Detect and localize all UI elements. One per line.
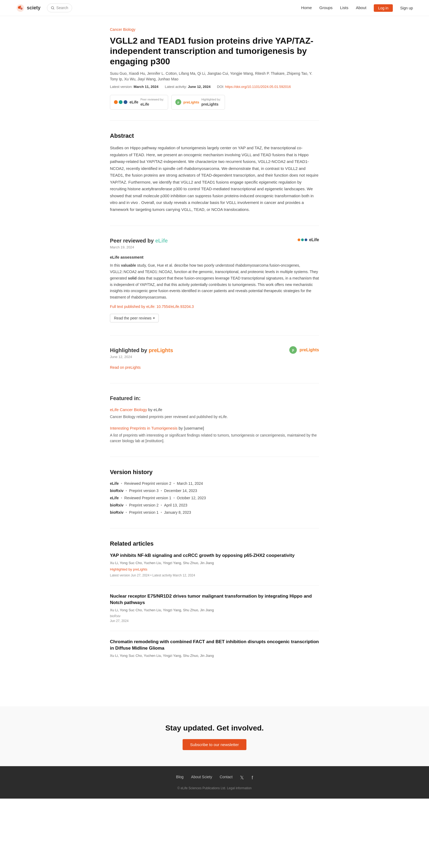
related-articles-list: YAP inhibits NF-kB signaling and ccRCC g… — [110, 552, 319, 667]
peer-review-title-group: Peer reviewed by eLife March 19, 2024 — [110, 237, 168, 253]
divider-3 — [110, 335, 319, 336]
elife-lg-orange — [297, 239, 300, 241]
abstract-section: Abstract Studies on Hippo pathway regula… — [110, 131, 319, 213]
full-text-doi: 10.7554/eLife.93204.3 — [156, 304, 194, 309]
latest-activity-date: June 12, 2024 — [188, 85, 211, 89]
prelights-org: preLights — [148, 347, 173, 353]
footer-blog[interactable]: Blog — [176, 774, 184, 781]
related-article: Nuclear receptor E75/NR1D2 drives tumor … — [110, 593, 319, 631]
featured-in-title: Featured in: — [110, 394, 319, 402]
nav-home[interactable]: Home — [301, 5, 312, 11]
assessment-label: eLife assessment — [110, 254, 319, 260]
twitter-icon[interactable]: 𝕏 — [240, 774, 244, 781]
footer-contact[interactable]: Contact — [220, 774, 232, 781]
related-article-meta: Jun 27, 2024 — [110, 619, 319, 623]
related-article: YAP inhibits NF-kB signaling and ccRCC g… — [110, 552, 319, 586]
article-authors: Susu Guo, Xiaodi Hu, Jennifer L. Cotton,… — [110, 71, 319, 82]
version-row: bioRxiv•Preprint version 1•January 8, 20… — [110, 510, 319, 515]
related-article: Chromatin remodeling with combined FACT … — [110, 639, 319, 667]
version-type: Reviewed Preprint version 2 — [124, 481, 171, 486]
prelights-badge: p preLights Highlighted by: preLights — [171, 95, 225, 110]
newsletter-section: Stay updated. Get involved. Subscribe to… — [0, 706, 429, 766]
nav-groups[interactable]: Groups — [319, 5, 333, 11]
read-reviews-button[interactable]: Read the peer reviews ▾ — [110, 314, 159, 322]
version-history-section: Version history eLife•Reviewed Preprint … — [110, 468, 319, 515]
login-button[interactable]: Log in — [374, 4, 393, 12]
prelights-title: Highlighted by preLights — [110, 346, 173, 354]
assessment-bold-1: valuable — [121, 263, 136, 268]
elife-logo-large: eLife — [297, 237, 319, 243]
article-title: VGLL2 and TEAD1 fusion proteins drive YA… — [110, 36, 319, 66]
featured-item-0: eLife Cancer Biology by eLife Cancer Bio… — [110, 406, 319, 420]
abstract-title: Abstract — [110, 131, 319, 140]
divider-5 — [110, 457, 319, 457]
read-prelights-link[interactable]: Read on preLights — [110, 365, 319, 370]
peer-review-date: March 19, 2024 — [110, 245, 168, 250]
version-source: bioRxiv — [110, 502, 123, 508]
svg-point-4 — [51, 6, 54, 9]
logo[interactable]: sciety — [16, 4, 40, 12]
related-article-title: Chromatin remodeling with combined FACT … — [110, 639, 319, 651]
footer-about[interactable]: About Sciety — [191, 774, 212, 781]
full-text-link[interactable]: Full text published by eLife: 10.7554/eL… — [110, 304, 319, 310]
latest-version-label: Latest version: March 11, 2024 — [110, 84, 159, 90]
facebook-icon[interactable]: f — [252, 774, 253, 781]
version-dot: • — [126, 502, 127, 508]
chevron-down-icon: ▾ — [153, 316, 155, 320]
prelights-logo-large: p preLights — [289, 346, 319, 354]
elife-lg-teal — [301, 239, 304, 241]
doi-label: DOI: https://doi.org/10.1101/2024.05.01.… — [217, 84, 291, 90]
version-list: eLife•Reviewed Preprint version 2•March … — [110, 481, 319, 515]
divider-1 — [110, 120, 319, 121]
version-source: bioRxiv — [110, 488, 123, 494]
doi-link[interactable]: https://doi.org/10.1101/2024.05.01.59201… — [225, 85, 291, 89]
featured-item-1-link[interactable]: Interesting Preprints in Tumorigenesis b… — [110, 426, 204, 430]
version-dot: • — [126, 510, 127, 515]
related-article-source: bioRxiv — [110, 614, 319, 619]
version-source: eLife — [110, 481, 119, 486]
signup-button[interactable]: Sign up — [400, 6, 413, 10]
nav-about[interactable]: About — [356, 5, 366, 11]
elife-lg-blue — [305, 239, 307, 241]
version-row: bioRxiv•Preprint version 2•April 13, 202… — [110, 502, 319, 508]
search-icon — [51, 6, 55, 10]
version-dot: • — [126, 488, 127, 494]
version-row: bioRxiv•Preprint version 3•December 14, … — [110, 488, 319, 494]
related-article-authors: Xu Li, Yong Suc Cho, Yuchen Liu, Yingzi … — [110, 653, 319, 658]
search-bar[interactable]: Search — [47, 3, 72, 12]
version-source: bioRxiv — [110, 510, 123, 515]
prelights-date: June 12, 2024 — [110, 354, 173, 360]
newsletter-title: Stay updated. Get involved. — [5, 722, 424, 734]
prelights-section: Highlighted by preLights June 12, 2024 p… — [110, 346, 319, 371]
peer-review-badge-text: Peer reviewed by: eLife — [141, 97, 164, 107]
version-dot: • — [121, 481, 122, 486]
nav-links: Home Groups Lists About Log in Sign up — [301, 4, 413, 12]
version-type: Reviewed Preprint version 1 — [124, 495, 171, 501]
version-date: April 13, 2023 — [164, 502, 187, 508]
version-dot-2: • — [161, 502, 162, 508]
version-source: eLife — [110, 495, 119, 501]
nav-lists[interactable]: Lists — [340, 5, 348, 11]
version-date: January 8, 2023 — [164, 510, 191, 515]
version-date: October 12, 2023 — [177, 495, 206, 501]
prelights-circle-large: p — [289, 346, 297, 354]
prelights-title-group: Highlighted by preLights June 12, 2024 — [110, 346, 173, 363]
nav-left: sciety Search — [16, 3, 72, 12]
featured-item-1: Interesting Preprints in Tumorigenesis b… — [110, 425, 319, 444]
navigation: sciety Search Home Groups Lists About Lo… — [0, 0, 429, 16]
version-row: eLife•Reviewed Preprint version 2•March … — [110, 481, 319, 486]
search-label: Search — [56, 5, 68, 11]
elife-dot-blue — [123, 100, 127, 104]
newsletter-button[interactable]: Subscribe to our newsletter — [182, 739, 247, 750]
related-article-authors: Xu Li, Yong Suc Cho, Yuchen Liu, Yingzi … — [110, 608, 319, 613]
abstract-text: Studies on Hippo pathway regulation of t… — [110, 145, 319, 213]
elife-logo: eLife — [114, 99, 138, 105]
footer-links: Blog About Sciety Contact 𝕏 f — [16, 774, 413, 781]
divider-4 — [110, 383, 319, 383]
assessment-text: In this valuable study, Gue, Hue et al. … — [110, 262, 319, 301]
prelights-prefix: Highlighted by — [110, 347, 148, 353]
version-dot-2: • — [161, 510, 162, 515]
version-date: December 14, 2023 — [164, 488, 197, 494]
featured-item-0-link[interactable]: eLife Cancer Biology by eLife — [110, 407, 162, 412]
latest-version-date: March 11, 2024 — [134, 85, 159, 89]
